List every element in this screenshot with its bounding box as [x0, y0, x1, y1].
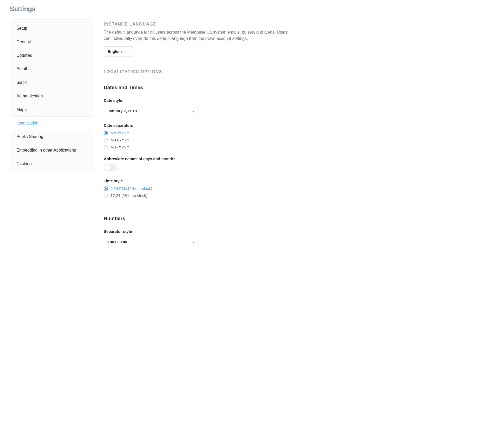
instance-language-heading: INSTANCE LANGUAGE — [104, 22, 294, 27]
sidebar-item-localization[interactable]: Localization — [10, 116, 93, 130]
sidebar-item-email[interactable]: Email — [10, 62, 93, 76]
radio-label: 5:24 PM (12-hour clock) — [110, 186, 152, 191]
settings-main: INSTANCE LANGUAGE The default language f… — [104, 19, 294, 254]
chevron-down-icon — [127, 50, 130, 53]
separator-style-label: Separator style — [104, 229, 294, 234]
date-style-value: January 7, 2018 — [108, 109, 137, 113]
time-style-label: Time style — [104, 179, 294, 183]
radio-icon — [104, 186, 108, 191]
sidebar-item-embedding[interactable]: Embedding in other Applications — [10, 143, 93, 157]
sidebar-item-general[interactable]: General — [10, 35, 93, 49]
date-separators-field: Date separators M/D/YYYY M-D-YYYY M.D.YY… — [104, 123, 294, 149]
sidebar-item-maps[interactable]: Maps — [10, 103, 93, 116]
sidebar-item-updates[interactable]: Updates — [10, 49, 93, 62]
chevron-down-icon — [192, 240, 195, 244]
radio-label: M/D/YYYY — [110, 131, 129, 135]
sidebar-item-slack[interactable]: Slack — [10, 76, 93, 89]
radio-label: M-D-YYYY — [110, 138, 130, 142]
radio-label: 17:24 (24-hour clock) — [110, 193, 147, 198]
date-style-field: Date style January 7, 2018 — [104, 98, 294, 116]
radio-icon — [104, 193, 108, 198]
separator-style-select[interactable]: 100,000.00 — [104, 237, 199, 247]
numbers-title: Numbers — [104, 216, 294, 221]
settings-layout: Setup General Updates Email Slack Authen… — [10, 19, 494, 254]
section-divider — [104, 205, 294, 205]
date-style-select[interactable]: January 7, 2018 — [104, 106, 199, 116]
date-separators-label: Date separators — [104, 123, 294, 128]
date-separator-option-dash[interactable]: M-D-YYYY — [104, 138, 294, 142]
radio-icon — [104, 145, 108, 149]
settings-sidebar: Setup General Updates Email Slack Authen… — [10, 19, 93, 173]
date-separator-option-slash[interactable]: M/D/YYYY — [104, 131, 294, 135]
instance-language-select[interactable]: English — [104, 46, 134, 57]
localization-options-heading: LOCALIZATION OPTIONS — [104, 70, 294, 74]
abbreviate-toggle[interactable] — [104, 164, 117, 171]
separator-style-value: 100,000.00 — [108, 240, 127, 244]
radio-icon — [104, 138, 108, 142]
time-style-field: Time style 5:24 PM (12-hour clock) 17:24… — [104, 179, 294, 198]
time-style-option-24h[interactable]: 17:24 (24-hour clock) — [104, 193, 294, 198]
instance-language-description: The default language for all users acros… — [104, 29, 294, 42]
sidebar-item-setup[interactable]: Setup — [10, 22, 93, 35]
chevron-down-icon — [192, 109, 195, 113]
dates-times-title: Dates and Times — [104, 85, 294, 90]
radio-label: M.D.YYYY — [110, 145, 129, 149]
sidebar-item-authentication[interactable]: Authentication — [10, 89, 93, 103]
instance-language-value: English — [108, 49, 122, 54]
date-separator-option-dot[interactable]: M.D.YYYY — [104, 145, 294, 149]
time-style-option-12h[interactable]: 5:24 PM (12-hour clock) — [104, 186, 294, 191]
toggle-thumb — [104, 165, 110, 171]
abbreviate-field: Abbreviate names of days and months — [104, 157, 294, 171]
radio-icon — [104, 131, 108, 135]
sidebar-item-public-sharing[interactable]: Public Sharing — [10, 130, 93, 143]
date-style-label: Date style — [104, 98, 294, 103]
sidebar-item-caching[interactable]: Caching — [10, 157, 93, 171]
time-style-radio-group: 5:24 PM (12-hour clock) 17:24 (24-hour c… — [104, 186, 294, 198]
abbreviate-label: Abbreviate names of days and months — [104, 157, 294, 161]
separator-style-field: Separator style 100,000.00 — [104, 229, 294, 247]
date-separators-radio-group: M/D/YYYY M-D-YYYY M.D.YYYY — [104, 131, 294, 149]
page-title: Settings — [10, 5, 494, 13]
